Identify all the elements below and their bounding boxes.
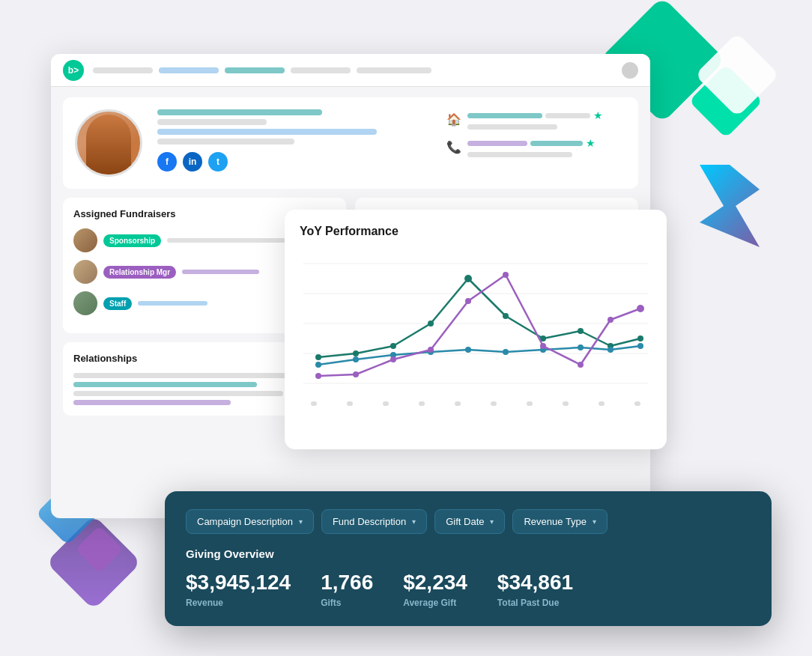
svg-point-23 (608, 347, 613, 353)
nav-pill-3[interactable] (225, 67, 285, 73)
gift-date-label: Gift Date (446, 516, 484, 527)
phone-line2 (467, 152, 572, 157)
chevron-down-icon: ▾ (299, 517, 303, 526)
svg-point-25 (315, 373, 321, 379)
contact-info: 🏠 ★ 📞 ★ (446, 109, 626, 177)
x-label (455, 401, 461, 406)
app-logo[interactable]: b> (63, 60, 84, 81)
profile-section: f in t 🏠 ★ 📞 (63, 97, 638, 189)
nav-pill-5[interactable] (357, 67, 431, 73)
svg-point-27 (390, 356, 396, 362)
svg-point-15 (315, 362, 321, 368)
x-label (347, 401, 353, 406)
nav-pill-2[interactable] (159, 67, 219, 73)
chart-card: YoY Performance (285, 210, 667, 449)
campaign-description-label: Campaign Description (197, 516, 293, 527)
top-bar: b> (51, 54, 650, 87)
rel-line4 (73, 400, 231, 405)
profile-name-line (157, 109, 322, 115)
svg-point-31 (540, 343, 546, 349)
top-nav (93, 67, 613, 73)
metrics-row: $3,945,124 Revenue 1,766 Gifts $2,234 Av… (186, 571, 751, 608)
profile-title-line (157, 119, 267, 125)
fr2-line1 (182, 270, 258, 274)
x-label (311, 401, 317, 406)
bottom-panel: Campaign Description ▾ Fund Description … (165, 491, 772, 626)
svg-point-7 (390, 343, 396, 349)
svg-point-12 (578, 328, 584, 334)
chart-area (300, 249, 652, 398)
svg-point-8 (428, 321, 434, 327)
metric-average-gift: $2,234 Average Gift (403, 571, 467, 608)
svg-point-19 (465, 347, 471, 353)
address-line1b (545, 113, 590, 118)
avatar (75, 109, 142, 177)
svg-point-16 (353, 356, 359, 362)
metric-total-past-due: $34,861 Total Past Due (497, 571, 573, 608)
chart-title: YoY Performance (300, 225, 652, 238)
revenue-type-label: Revenue Type (524, 516, 587, 527)
x-label (491, 401, 497, 406)
profile-info: f in t (157, 109, 431, 177)
x-label (527, 401, 533, 406)
gift-date-filter[interactable]: Gift Date ▾ (434, 509, 505, 534)
chevron-down-icon: ▾ (412, 517, 416, 526)
svg-point-9 (464, 275, 472, 282)
phone-line1 (467, 141, 527, 146)
profile-detail-line (157, 139, 294, 145)
campaign-description-filter[interactable]: Campaign Description ▾ (186, 509, 314, 534)
svg-point-34 (637, 305, 644, 312)
svg-point-32 (578, 362, 584, 368)
contact-phone: 📞 ★ (446, 137, 626, 157)
giving-overview-title: Giving Overview (186, 547, 751, 560)
svg-point-20 (503, 349, 509, 355)
svg-point-5 (315, 354, 321, 360)
avg-gift-value: $2,234 (403, 571, 467, 595)
svg-point-33 (608, 317, 613, 323)
fund-description-filter[interactable]: Fund Description ▾ (321, 509, 427, 534)
metric-gifts: 1,766 Gifts (321, 571, 373, 608)
past-due-label: Total Past Due (497, 598, 573, 608)
facebook-icon[interactable]: f (157, 152, 177, 171)
twitter-icon[interactable]: t (208, 152, 228, 171)
svg-point-24 (637, 343, 643, 349)
svg-point-10 (503, 313, 509, 319)
phone-icon: 📞 (446, 140, 461, 154)
revenue-value: $3,945,124 (186, 571, 291, 595)
past-due-value: $34,861 (497, 571, 573, 595)
fundraiser-avatar-2 (73, 260, 97, 284)
nav-pill-1[interactable] (93, 67, 153, 73)
fr1-line1 (167, 238, 285, 243)
fundraiser-avatar-1 (73, 228, 97, 252)
profile-org-line (157, 129, 377, 135)
x-label (599, 401, 605, 406)
revenue-label: Revenue (186, 598, 291, 608)
nav-pill-4[interactable] (291, 67, 351, 73)
fund-description-label: Fund Description (333, 516, 406, 527)
fr3-line1 (138, 301, 207, 306)
avg-gift-label: Average Gift (403, 598, 467, 608)
linkedin-icon[interactable]: in (183, 152, 202, 171)
filters-row: Campaign Description ▾ Fund Description … (186, 509, 751, 534)
svg-point-14 (637, 335, 643, 341)
user-avatar-small[interactable] (622, 62, 638, 79)
badge-staff: Staff (103, 297, 132, 310)
rel-line1 (73, 373, 309, 378)
home-icon: 🏠 (446, 112, 461, 127)
address-line1 (467, 113, 542, 118)
svg-point-28 (428, 347, 434, 353)
contact-address: 🏠 ★ (446, 109, 626, 130)
x-label (383, 401, 389, 406)
revenue-type-filter[interactable]: Revenue Type ▾ (512, 509, 608, 534)
phone-line1b (530, 141, 583, 146)
chart-x-labels (300, 401, 652, 406)
chevron-down-icon: ▾ (490, 517, 494, 526)
yoy-chart-svg (300, 249, 652, 398)
svg-point-22 (578, 344, 584, 350)
x-label (419, 401, 425, 406)
social-links: f in t (157, 152, 431, 171)
avatar-body (86, 115, 131, 174)
rel-line2 (73, 382, 257, 387)
svg-point-30 (503, 272, 509, 278)
address-star: ★ (593, 109, 603, 121)
